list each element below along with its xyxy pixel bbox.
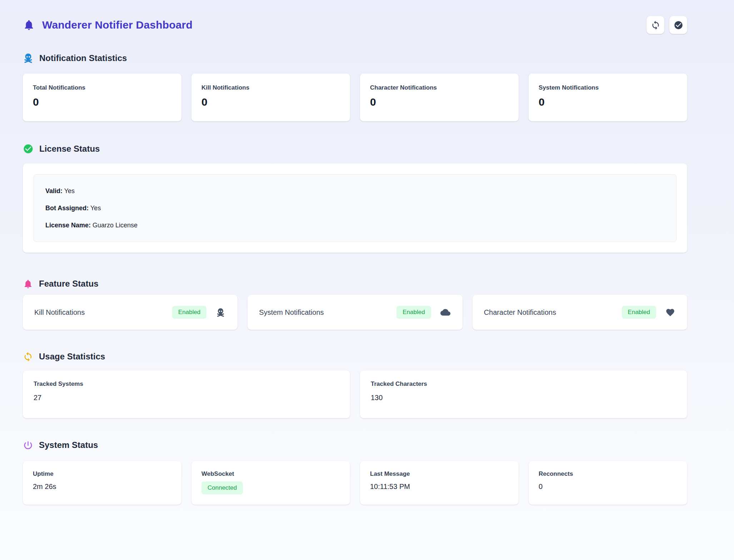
card-value: 0 — [370, 96, 509, 108]
power-icon — [23, 440, 33, 450]
card-label: WebSocket — [201, 470, 340, 478]
status-badge: Enabled — [172, 306, 206, 319]
card-value: 10:11:53 PM — [370, 483, 509, 491]
card-value: 0 — [33, 96, 171, 108]
usage-statistics-cards: Tracked Systems 27 Tracked Characters 13… — [23, 370, 687, 418]
card-value: 130 — [371, 394, 676, 402]
card-label: Total Notifications — [33, 84, 171, 91]
section-license-status-header: License Status — [23, 143, 687, 155]
heart-icon — [665, 308, 675, 317]
dashboard-page: Wanderer Notifier Dashboard Notification… — [23, 0, 687, 505]
tracked-systems-card: Tracked Systems 27 — [23, 370, 350, 418]
page-title: Wanderer Notifier Dashboard — [42, 19, 193, 31]
sync-icon — [23, 352, 33, 362]
header-actions — [646, 16, 687, 34]
field-label: Valid: — [45, 187, 63, 195]
card-label: System Notifications — [539, 84, 677, 91]
section-title: Feature Status — [39, 279, 99, 289]
cloud-icon — [440, 307, 450, 317]
section-title: System Status — [39, 440, 98, 450]
card-label: Reconnects — [539, 470, 677, 478]
feature-kill-notifications-card: Kill Notifications Enabled — [23, 295, 238, 330]
notification-statistics-cards: Total Notifications 0 Kill Notifications… — [23, 74, 687, 121]
tracked-characters-card: Tracked Characters 130 — [360, 370, 687, 418]
status-badge: Enabled — [622, 306, 656, 319]
skull-crossbones-icon — [216, 308, 225, 317]
kill-notifications-card: Kill Notifications 0 — [191, 74, 350, 121]
check-circle-icon — [674, 20, 683, 30]
card-value: 27 — [34, 394, 339, 402]
card-label: Character Notifications — [370, 84, 509, 91]
sync-icon — [651, 20, 660, 30]
feature-label: System Notifications — [259, 308, 324, 317]
field-label: License Name: — [45, 222, 91, 229]
card-label: Tracked Characters — [371, 380, 676, 388]
section-title: Usage Statistics — [39, 352, 105, 362]
license-details-panel: Valid: Yes Bot Assigned: Yes License Nam… — [34, 174, 676, 242]
bell-icon — [23, 19, 36, 31]
license-status-card: Valid: Yes Bot Assigned: Yes License Nam… — [23, 163, 687, 253]
total-notifications-card: Total Notifications 0 — [23, 74, 181, 121]
card-value: 0 — [539, 483, 677, 491]
card-label: Uptime — [33, 470, 171, 478]
card-value: 0 — [539, 96, 677, 108]
websocket-card: WebSocket Connected — [191, 461, 350, 505]
license-bot-assigned-row: Bot Assigned: Yes — [45, 200, 665, 217]
system-notifications-card: System Notifications 0 — [529, 74, 687, 121]
section-notification-statistics-header: Notification Statistics — [23, 52, 687, 64]
confirm-button[interactable] — [669, 16, 687, 34]
card-value: 0 — [201, 96, 340, 108]
license-name-row: License Name: Guarzo License — [45, 217, 665, 234]
feature-character-notifications-card: Character Notifications Enabled — [473, 295, 687, 330]
field-value: Yes — [89, 205, 101, 212]
section-system-status-header: System Status — [23, 439, 687, 451]
card-label: Last Message — [370, 470, 509, 478]
refresh-button[interactable] — [646, 16, 664, 34]
connection-status-badge: Connected — [201, 481, 243, 494]
feature-label: Kill Notifications — [34, 308, 85, 317]
card-label: Tracked Systems — [34, 380, 339, 388]
skull-crossbones-icon — [23, 53, 34, 64]
field-label: Bot Assigned: — [45, 205, 89, 212]
last-message-card: Last Message 10:11:53 PM — [360, 461, 519, 505]
field-value: Yes — [63, 187, 75, 195]
system-status-cards: Uptime 2m 26s WebSocket Connected Last M… — [23, 461, 687, 505]
section-title: Notification Statistics — [39, 53, 127, 63]
check-circle-icon — [23, 143, 34, 154]
field-value: Guarzo License — [91, 222, 138, 229]
section-feature-status-header: Feature Status — [23, 278, 687, 290]
feature-label: Character Notifications — [484, 308, 556, 317]
bell-icon — [23, 279, 33, 289]
character-notifications-card: Character Notifications 0 — [360, 74, 519, 121]
feature-system-notifications-card: System Notifications Enabled — [248, 295, 462, 330]
header-title-group: Wanderer Notifier Dashboard — [23, 19, 193, 31]
section-title: License Status — [39, 144, 100, 154]
section-usage-statistics-header: Usage Statistics — [23, 350, 687, 363]
feature-status-cards: Kill Notifications Enabled System Notifi… — [23, 295, 687, 330]
license-valid-row: Valid: Yes — [45, 182, 665, 200]
page-header: Wanderer Notifier Dashboard — [23, 14, 687, 36]
card-value: 2m 26s — [33, 483, 171, 491]
uptime-card: Uptime 2m 26s — [23, 461, 181, 505]
status-badge: Enabled — [396, 306, 431, 319]
reconnects-card: Reconnects 0 — [529, 461, 687, 505]
card-label: Kill Notifications — [201, 84, 340, 91]
